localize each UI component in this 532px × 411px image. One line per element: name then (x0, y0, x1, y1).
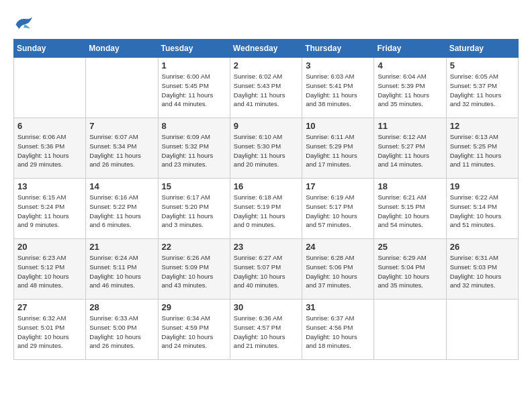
logo-icon (13, 13, 34, 32)
day-header-tuesday: Tuesday (158, 40, 230, 58)
day-number: 23 (234, 242, 298, 252)
day-number: 16 (234, 181, 298, 191)
day-info: Sunrise: 6:26 AM Sunset: 5:09 PM Dayligh… (162, 253, 226, 290)
day-info: Sunrise: 6:28 AM Sunset: 5:06 PM Dayligh… (306, 253, 370, 290)
day-header-sunday: Sunday (14, 40, 86, 58)
calendar-cell: 27Sunrise: 6:32 AM Sunset: 5:01 PM Dayli… (14, 300, 86, 360)
day-number: 11 (378, 121, 442, 131)
day-info: Sunrise: 6:34 AM Sunset: 4:59 PM Dayligh… (162, 314, 226, 351)
day-info: Sunrise: 6:23 AM Sunset: 5:12 PM Dayligh… (17, 253, 82, 290)
day-info: Sunrise: 6:33 AM Sunset: 5:00 PM Dayligh… (89, 314, 154, 351)
calendar-cell: 11Sunrise: 6:12 AM Sunset: 5:27 PM Dayli… (374, 118, 446, 179)
calendar-cell: 16Sunrise: 6:18 AM Sunset: 5:19 PM Dayli… (230, 179, 302, 239)
calendar-cell (446, 300, 518, 360)
day-number: 30 (234, 302, 298, 312)
day-number: 12 (450, 121, 515, 131)
calendar-week-3: 13Sunrise: 6:15 AM Sunset: 5:24 PM Dayli… (14, 179, 519, 239)
day-info: Sunrise: 6:15 AM Sunset: 5:24 PM Dayligh… (17, 193, 82, 230)
day-info: Sunrise: 6:10 AM Sunset: 5:30 PM Dayligh… (234, 132, 298, 169)
day-info: Sunrise: 6:37 AM Sunset: 4:56 PM Dayligh… (306, 314, 370, 351)
day-number: 1 (162, 60, 226, 71)
day-number: 4 (378, 60, 442, 71)
day-number: 10 (306, 121, 370, 131)
day-info: Sunrise: 6:12 AM Sunset: 5:27 PM Dayligh… (378, 132, 442, 169)
day-info: Sunrise: 6:07 AM Sunset: 5:34 PM Dayligh… (89, 132, 154, 169)
calendar-cell: 13Sunrise: 6:15 AM Sunset: 5:24 PM Dayli… (14, 179, 86, 239)
day-info: Sunrise: 6:36 AM Sunset: 4:57 PM Dayligh… (234, 314, 298, 351)
day-info: Sunrise: 6:22 AM Sunset: 5:14 PM Dayligh… (450, 193, 515, 230)
day-number: 2 (234, 60, 298, 71)
day-number: 28 (89, 302, 154, 312)
calendar-cell: 8Sunrise: 6:09 AM Sunset: 5:32 PM Daylig… (158, 118, 230, 179)
calendar-week-2: 6Sunrise: 6:06 AM Sunset: 5:36 PM Daylig… (14, 118, 519, 179)
calendar-cell: 31Sunrise: 6:37 AM Sunset: 4:56 PM Dayli… (302, 300, 374, 360)
day-number: 13 (17, 181, 82, 191)
calendar-cell: 12Sunrise: 6:13 AM Sunset: 5:25 PM Dayli… (446, 118, 518, 179)
calendar-cell: 1Sunrise: 6:00 AM Sunset: 5:45 PM Daylig… (158, 58, 230, 118)
calendar-cell (374, 300, 446, 360)
calendar-cell: 25Sunrise: 6:29 AM Sunset: 5:04 PM Dayli… (374, 239, 446, 300)
day-info: Sunrise: 6:31 AM Sunset: 5:03 PM Dayligh… (450, 253, 515, 290)
day-info: Sunrise: 6:19 AM Sunset: 5:17 PM Dayligh… (306, 193, 370, 230)
calendar-cell: 30Sunrise: 6:36 AM Sunset: 4:57 PM Dayli… (230, 300, 302, 360)
day-info: Sunrise: 6:00 AM Sunset: 5:45 PM Dayligh… (162, 72, 226, 109)
day-number: 7 (89, 121, 154, 131)
calendar-cell: 22Sunrise: 6:26 AM Sunset: 5:09 PM Dayli… (158, 239, 230, 300)
logo (13, 13, 36, 32)
day-info: Sunrise: 6:04 AM Sunset: 5:39 PM Dayligh… (378, 72, 442, 109)
day-number: 8 (162, 121, 226, 131)
calendar-cell: 7Sunrise: 6:07 AM Sunset: 5:34 PM Daylig… (86, 118, 158, 179)
calendar-cell: 3Sunrise: 6:03 AM Sunset: 5:41 PM Daylig… (302, 58, 374, 118)
day-number: 24 (306, 242, 370, 252)
calendar-cell: 5Sunrise: 6:05 AM Sunset: 5:37 PM Daylig… (446, 58, 518, 118)
calendar-cell: 26Sunrise: 6:31 AM Sunset: 5:03 PM Dayli… (446, 239, 518, 300)
day-number: 19 (450, 181, 515, 191)
day-number: 26 (450, 242, 515, 252)
day-header-thursday: Thursday (302, 40, 374, 58)
calendar-cell: 18Sunrise: 6:21 AM Sunset: 5:15 PM Dayli… (374, 179, 446, 239)
day-info: Sunrise: 6:13 AM Sunset: 5:25 PM Dayligh… (450, 132, 515, 169)
day-info: Sunrise: 6:32 AM Sunset: 5:01 PM Dayligh… (17, 314, 82, 351)
calendar-cell: 17Sunrise: 6:19 AM Sunset: 5:17 PM Dayli… (302, 179, 374, 239)
day-number: 5 (450, 60, 515, 71)
day-info: Sunrise: 6:06 AM Sunset: 5:36 PM Dayligh… (17, 132, 82, 169)
day-info: Sunrise: 6:24 AM Sunset: 5:11 PM Dayligh… (89, 253, 154, 290)
day-header-wednesday: Wednesday (230, 40, 302, 58)
calendar-cell: 23Sunrise: 6:27 AM Sunset: 5:07 PM Dayli… (230, 239, 302, 300)
calendar-cell: 29Sunrise: 6:34 AM Sunset: 4:59 PM Dayli… (158, 300, 230, 360)
day-number: 20 (17, 242, 82, 252)
day-header-saturday: Saturday (446, 40, 518, 58)
calendar-cell: 4Sunrise: 6:04 AM Sunset: 5:39 PM Daylig… (374, 58, 446, 118)
calendar-table: SundayMondayTuesdayWednesdayThursdayFrid… (13, 39, 519, 360)
day-header-friday: Friday (374, 40, 446, 58)
day-info: Sunrise: 6:29 AM Sunset: 5:04 PM Dayligh… (378, 253, 442, 290)
day-number: 25 (378, 242, 442, 252)
day-number: 15 (162, 181, 226, 191)
calendar-cell: 24Sunrise: 6:28 AM Sunset: 5:06 PM Dayli… (302, 239, 374, 300)
calendar-cell: 15Sunrise: 6:17 AM Sunset: 5:20 PM Dayli… (158, 179, 230, 239)
calendar-cell: 28Sunrise: 6:33 AM Sunset: 5:00 PM Dayli… (86, 300, 158, 360)
day-header-monday: Monday (86, 40, 158, 58)
day-info: Sunrise: 6:02 AM Sunset: 5:43 PM Dayligh… (234, 72, 298, 109)
calendar-cell: 19Sunrise: 6:22 AM Sunset: 5:14 PM Dayli… (446, 179, 518, 239)
calendar-cell (14, 58, 86, 118)
day-number: 3 (306, 60, 370, 71)
calendar-cell: 20Sunrise: 6:23 AM Sunset: 5:12 PM Dayli… (14, 239, 86, 300)
day-info: Sunrise: 6:17 AM Sunset: 5:20 PM Dayligh… (162, 193, 226, 230)
day-number: 22 (162, 242, 226, 252)
day-info: Sunrise: 6:27 AM Sunset: 5:07 PM Dayligh… (234, 253, 298, 290)
day-number: 29 (162, 302, 226, 312)
day-info: Sunrise: 6:11 AM Sunset: 5:29 PM Dayligh… (306, 132, 370, 169)
calendar-cell (86, 58, 158, 118)
day-info: Sunrise: 6:05 AM Sunset: 5:37 PM Dayligh… (450, 72, 515, 109)
day-number: 21 (89, 242, 154, 252)
calendar-cell: 14Sunrise: 6:16 AM Sunset: 5:22 PM Dayli… (86, 179, 158, 239)
day-info: Sunrise: 6:03 AM Sunset: 5:41 PM Dayligh… (306, 72, 370, 109)
day-info: Sunrise: 6:16 AM Sunset: 5:22 PM Dayligh… (89, 193, 154, 230)
day-number: 9 (234, 121, 298, 131)
calendar-week-1: 1Sunrise: 6:00 AM Sunset: 5:45 PM Daylig… (14, 58, 519, 118)
day-number: 17 (306, 181, 370, 191)
calendar-week-5: 27Sunrise: 6:32 AM Sunset: 5:01 PM Dayli… (14, 300, 519, 360)
day-number: 27 (17, 302, 82, 312)
day-info: Sunrise: 6:18 AM Sunset: 5:19 PM Dayligh… (234, 193, 298, 230)
